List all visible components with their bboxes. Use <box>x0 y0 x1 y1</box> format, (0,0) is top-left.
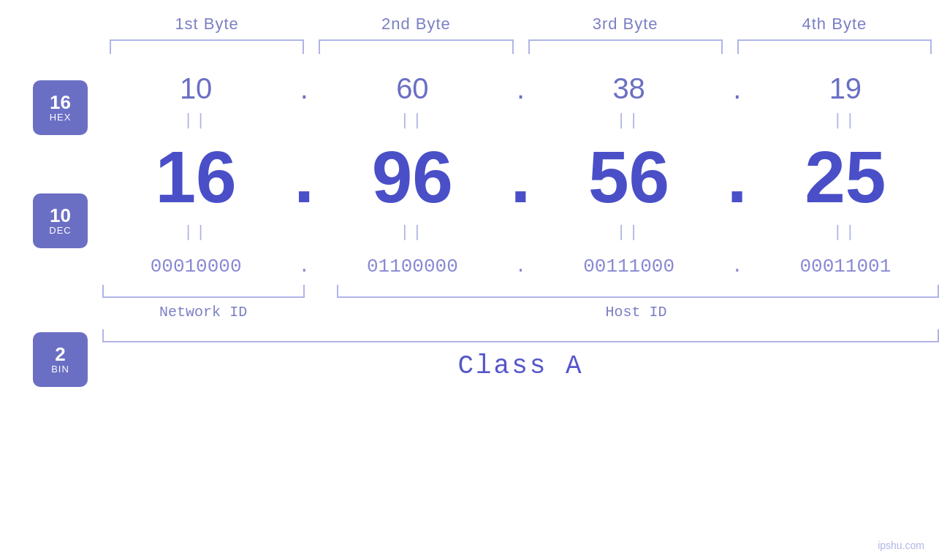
hex-dot1: . <box>289 61 319 109</box>
host-id-label: Host ID <box>333 304 939 321</box>
bracket-spacer1 <box>308 285 337 298</box>
host-id-bracket <box>337 285 939 298</box>
eq2-b4: || <box>752 220 939 245</box>
bracket-3 <box>528 39 723 54</box>
dec-dot2: . <box>506 133 536 220</box>
eq1-b3: || <box>536 109 723 133</box>
network-id-label: Network ID <box>102 304 304 321</box>
equals-row-2: || || || || <box>102 220 939 245</box>
eq2-b3: || <box>536 220 723 245</box>
bracket-1 <box>110 39 304 54</box>
bin-row: 00010000 . 01100000 . 00111000 . 0001100… <box>102 245 939 281</box>
dec-dot1: . <box>289 133 319 220</box>
eq1-b4: || <box>752 109 939 133</box>
hex-row: 10 . 60 . 38 . 19 <box>102 61 939 109</box>
dec-b3: 56 <box>536 133 723 220</box>
top-bracket-row <box>0 39 939 54</box>
eq1-b1: || <box>102 109 289 133</box>
eq2-b1: || <box>102 220 289 245</box>
dec-b1: 16 <box>102 133 289 220</box>
bin-dot2: . <box>506 245 536 281</box>
bin-b2: 01100000 <box>319 245 506 281</box>
watermark: ipshu.com <box>878 540 924 551</box>
hex-b4: 19 <box>752 61 939 109</box>
bracket-2 <box>319 39 513 54</box>
dec-b4: 25 <box>752 133 939 220</box>
main-container: 1st Byte 2nd Byte 3rd Byte 4th Byte 10 .… <box>0 0 939 560</box>
bracket-4 <box>737 39 932 54</box>
eq2-b2: || <box>319 220 506 245</box>
label-spacer <box>304 304 333 321</box>
byte4-label: 4th Byte <box>730 15 939 34</box>
id-labels: Network ID Host ID <box>102 304 939 321</box>
hex-b3: 38 <box>536 61 723 109</box>
byte3-label: 3rd Byte <box>521 15 730 34</box>
eq1-b2: || <box>319 109 506 133</box>
bin-b1: 00010000 <box>102 245 289 281</box>
bin-dot3: . <box>723 245 752 281</box>
hex-dot3: . <box>723 61 752 109</box>
header-row: 1st Byte 2nd Byte 3rd Byte 4th Byte <box>0 15 939 34</box>
bin-b3: 00111000 <box>536 245 723 281</box>
bottom-section: Network ID Host ID <box>0 285 939 321</box>
equals-row-1: || || || || <box>102 109 939 133</box>
id-brackets <box>102 285 939 298</box>
content-area: 10 . 60 . 38 . 19 || || || || 16 . 96 . … <box>0 61 939 281</box>
class-bracket <box>102 329 939 342</box>
hex-dot2: . <box>506 61 536 109</box>
hex-b2: 60 <box>319 61 506 109</box>
network-id-bracket <box>102 285 305 298</box>
hex-b1: 10 <box>102 61 289 109</box>
class-label: Class A <box>102 351 939 381</box>
dec-row: 16 . 96 . 56 . 25 <box>102 133 939 220</box>
class-section: Class A <box>0 329 939 381</box>
byte1-label: 1st Byte <box>102 15 311 34</box>
byte2-label: 2nd Byte <box>311 15 520 34</box>
bin-dot1: . <box>289 245 319 281</box>
dec-b2: 96 <box>319 133 506 220</box>
dec-dot3: . <box>723 133 752 220</box>
bin-b4: 00011001 <box>752 245 939 281</box>
